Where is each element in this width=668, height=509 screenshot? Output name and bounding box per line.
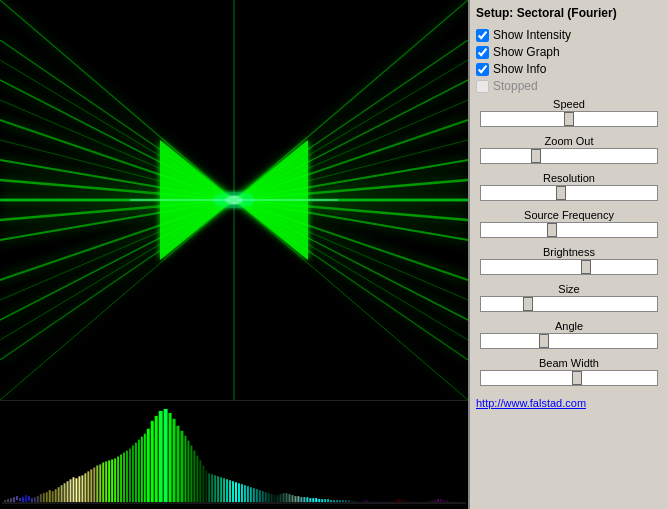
svg-rect-88 [132, 446, 134, 502]
right-panel: Setup: Sectoral (Fourier) Show Intensity… [468, 0, 668, 509]
svg-rect-51 [22, 497, 24, 502]
brightness-slider-container [476, 259, 662, 278]
svg-rect-161 [360, 501, 362, 502]
svg-rect-190 [446, 500, 448, 502]
svg-rect-45 [4, 500, 6, 502]
svg-rect-141 [300, 497, 302, 502]
show-intensity-checkbox[interactable] [476, 29, 489, 42]
svg-rect-122 [244, 485, 246, 502]
svg-rect-57 [40, 494, 42, 502]
angle-slider-container [476, 333, 662, 352]
svg-rect-90 [138, 440, 140, 502]
svg-rect-117 [229, 480, 231, 502]
svg-rect-155 [342, 500, 344, 502]
svg-rect-188 [440, 499, 442, 502]
svg-rect-54 [31, 498, 33, 502]
svg-rect-65 [64, 483, 66, 502]
svg-rect-114 [220, 477, 222, 502]
stopped-label: Stopped [493, 79, 538, 93]
svg-rect-119 [235, 482, 237, 502]
svg-rect-157 [348, 500, 350, 502]
svg-rect-73 [87, 471, 89, 502]
svg-rect-89 [135, 443, 137, 502]
source-frequency-slider[interactable] [480, 222, 658, 238]
show-graph-checkbox[interactable] [476, 46, 489, 59]
svg-rect-94 [151, 421, 154, 502]
speed-slider[interactable] [480, 111, 658, 127]
svg-rect-166 [375, 501, 377, 502]
svg-rect-158 [351, 501, 353, 502]
svg-rect-152 [333, 500, 335, 502]
main-canvas: // Will be done with static SVG below [0, 0, 468, 509]
zoom-out-slider[interactable] [480, 148, 658, 164]
angle-label: Angle [476, 320, 662, 332]
svg-rect-86 [126, 451, 128, 503]
visualization-area [0, 0, 468, 400]
svg-rect-104 [190, 446, 192, 502]
svg-rect-138 [291, 495, 293, 502]
svg-rect-173 [396, 500, 398, 502]
svg-rect-143 [306, 497, 308, 502]
svg-rect-164 [369, 501, 371, 502]
svg-rect-146 [315, 498, 317, 502]
svg-rect-63 [58, 487, 60, 502]
graph-area: // Will be done with static SVG below [0, 400, 468, 509]
show-graph-label: Show Graph [493, 45, 560, 59]
svg-rect-77 [99, 464, 101, 502]
resolution-slider[interactable] [480, 185, 658, 201]
svg-rect-56 [37, 496, 39, 502]
controls-section: Speed Zoom Out Resolution Source Frequen… [476, 98, 662, 389]
svg-rect-71 [81, 475, 83, 502]
svg-rect-49 [16, 496, 18, 500]
svg-rect-189 [443, 500, 445, 502]
show-info-checkbox[interactable] [476, 63, 489, 76]
angle-slider[interactable] [480, 333, 658, 349]
svg-rect-67 [70, 479, 72, 502]
svg-rect-121 [241, 484, 243, 502]
svg-rect-127 [259, 490, 261, 502]
falstad-link[interactable]: http://www.falstad.com [476, 397, 662, 409]
svg-rect-160 [357, 501, 359, 502]
svg-rect-193 [455, 501, 457, 502]
svg-rect-78 [102, 462, 104, 502]
svg-rect-95 [155, 416, 158, 502]
svg-rect-139 [294, 496, 296, 502]
stopped-row: Stopped [476, 79, 662, 93]
svg-rect-110 [208, 473, 210, 502]
svg-rect-145 [312, 498, 314, 502]
brightness-slider[interactable] [480, 259, 658, 275]
svg-rect-149 [324, 499, 326, 502]
svg-rect-103 [187, 441, 189, 502]
speed-label: Speed [476, 98, 662, 110]
svg-rect-128 [262, 491, 264, 502]
svg-rect-187 [437, 499, 439, 502]
svg-rect-120 [238, 483, 240, 502]
svg-rect-99 [173, 419, 176, 502]
svg-rect-179 [413, 501, 415, 502]
svg-rect-64 [61, 485, 63, 502]
show-info-row: Show Info [476, 62, 662, 76]
svg-rect-184 [428, 501, 430, 502]
svg-rect-156 [345, 500, 347, 502]
svg-rect-112 [214, 475, 216, 502]
svg-rect-98 [169, 413, 172, 502]
svg-rect-101 [180, 431, 183, 502]
svg-rect-106 [196, 455, 198, 502]
svg-rect-53 [28, 496, 30, 501]
svg-rect-153 [336, 500, 338, 502]
stopped-checkbox [476, 80, 489, 93]
svg-rect-171 [390, 501, 392, 502]
resolution-label: Resolution [476, 172, 662, 184]
size-slider[interactable] [480, 296, 658, 312]
beam-width-slider[interactable] [480, 370, 658, 386]
svg-rect-136 [286, 493, 288, 502]
svg-rect-142 [303, 497, 305, 502]
svg-rect-115 [223, 478, 225, 502]
svg-rect-55 [34, 497, 36, 502]
svg-rect-134 [280, 494, 282, 502]
svg-rect-116 [226, 479, 228, 502]
svg-rect-113 [217, 476, 219, 502]
svg-rect-108 [202, 465, 204, 502]
svg-rect-47 [10, 498, 12, 502]
svg-rect-76 [96, 465, 98, 502]
